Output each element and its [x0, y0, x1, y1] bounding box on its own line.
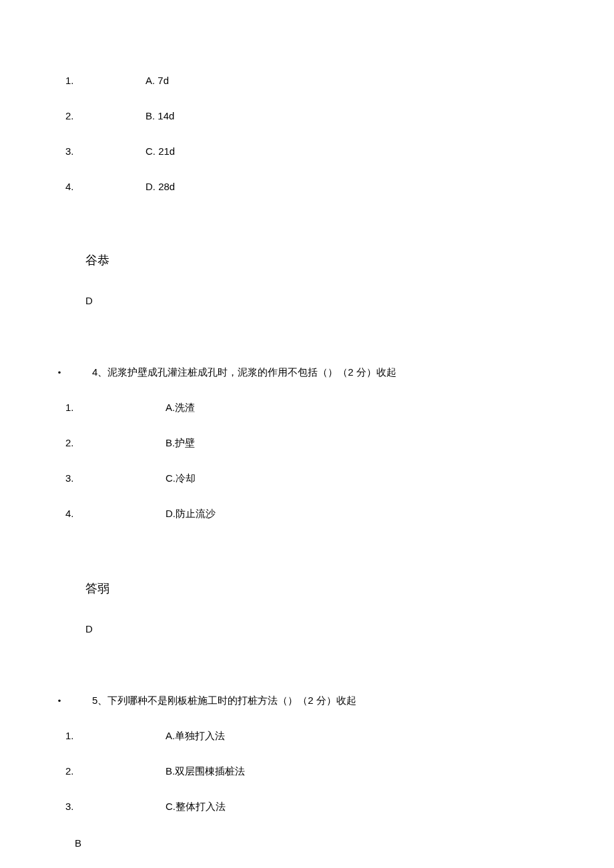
bullet-icon: •: [0, 696, 92, 706]
q5-question-row: • 5、下列哪种不是刚板桩施工时的打桩方法（）（2 分）收起: [0, 695, 614, 707]
option-text: B.护壁: [166, 437, 195, 450]
option-number: 2.: [0, 110, 145, 121]
q3-answer-label: 谷恭: [85, 252, 614, 268]
q5-options: 1. A.单独打入法 2. B.双层围棟插桩法 3. C.整体打入法: [0, 730, 614, 813]
option-text: D. 28d: [145, 181, 175, 192]
option-text: A.单独打入法: [166, 730, 225, 743]
q5-option-3: 3. C.整体打入法: [0, 801, 614, 813]
q3-option-3: 3. C. 21d: [0, 145, 614, 157]
option-text: C. 21d: [145, 145, 175, 157]
option-text: C.冷却: [166, 472, 196, 485]
option-text: D.防止流沙: [166, 508, 216, 520]
q5-trailing-letter: B: [75, 837, 614, 849]
option-number: 1.: [0, 75, 145, 86]
option-number: 1.: [0, 402, 166, 413]
option-number: 2.: [0, 765, 166, 777]
q5-question-text: 5、下列哪种不是刚板桩施工时的打桩方法（）（2 分）收起: [92, 695, 356, 707]
q4-answer-value: D: [85, 623, 614, 634]
q4-option-3: 3. C.冷却: [0, 472, 614, 485]
option-number: 3.: [0, 801, 166, 812]
q4-question-text: 4、泥浆护壁成孔灌注桩成孔时，泥浆的作用不包括（）（2 分）收起: [92, 366, 396, 379]
q4-answer-label: 答弱: [85, 580, 614, 596]
option-text: C.整体打入法: [166, 801, 226, 813]
q3-option-4: 4. D. 28d: [0, 181, 614, 192]
option-text: B. 14d: [145, 110, 174, 121]
option-number: 3.: [0, 145, 145, 157]
option-number: 4.: [0, 181, 145, 192]
option-number: 3.: [0, 472, 166, 484]
option-text: A.洗渣: [166, 402, 195, 414]
q5-option-1: 1. A.单独打入法: [0, 730, 614, 743]
q4-option-1: 1. A.洗渣: [0, 402, 614, 414]
option-number: 2.: [0, 437, 166, 448]
q4-option-2: 2. B.护壁: [0, 437, 614, 450]
document-page: 1. A. 7d 2. B. 14d 3. C. 21d 4. D. 28d 谷…: [0, 75, 614, 868]
q4-options: 1. A.洗渣 2. B.护壁 3. C.冷却 4. D.防止流沙: [0, 402, 614, 520]
option-text: B.双层围棟插桩法: [166, 765, 245, 778]
q3-option-1: 1. A. 7d: [0, 75, 614, 86]
option-number: 4.: [0, 508, 166, 519]
q3-options: 1. A. 7d 2. B. 14d 3. C. 21d 4. D. 28d: [0, 75, 614, 192]
option-text: A. 7d: [145, 75, 169, 86]
q3-option-2: 2. B. 14d: [0, 110, 614, 121]
q4-question-row: • 4、泥浆护壁成孔灌注桩成孔时，泥浆的作用不包括（）（2 分）收起: [0, 366, 614, 379]
q5-option-2: 2. B.双层围棟插桩法: [0, 765, 614, 778]
q3-answer-value: D: [85, 295, 614, 306]
bullet-icon: •: [0, 368, 92, 378]
option-number: 1.: [0, 730, 166, 741]
q4-option-4: 4. D.防止流沙: [0, 508, 614, 520]
